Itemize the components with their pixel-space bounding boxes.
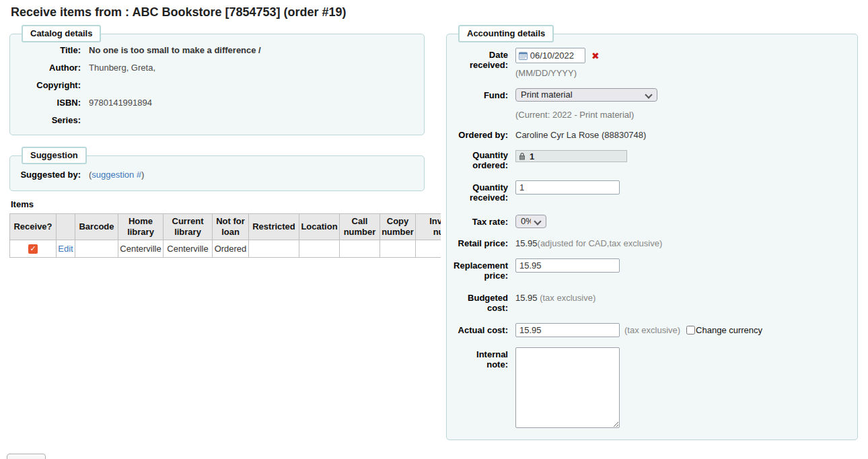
- fund-row: Fund: Print material (Current: 2022 - Pr…: [454, 88, 851, 120]
- suggestion-fieldset: Suggestion Suggested by: (suggestion #): [9, 147, 425, 191]
- suggestion-legend: Suggestion: [22, 147, 87, 164]
- lock-icon: [519, 152, 526, 160]
- cell-inventory-number: [416, 240, 441, 258]
- field-label: Copyright:: [17, 80, 89, 90]
- quantity-received-label: Quantity received:: [454, 180, 515, 203]
- form-actions: Save Cancel: [7, 454, 868, 459]
- fund-label: Fund:: [454, 88, 515, 100]
- col-edit: [57, 214, 75, 240]
- internal-note-textarea[interactable]: [515, 347, 620, 428]
- field-label: Title:: [17, 45, 89, 55]
- save-button[interactable]: Save: [7, 454, 46, 459]
- change-currency-checkbox[interactable]: [686, 326, 695, 334]
- suggestion-link[interactable]: suggestion #: [92, 170, 141, 180]
- field-label: Author:: [17, 63, 89, 73]
- ordered-by-row: Ordered by: Caroline Cyr La Rose (888307…: [454, 130, 851, 140]
- catalog-details-legend: Catalog details: [22, 25, 101, 42]
- calendar-icon[interactable]: [519, 51, 528, 61]
- items-heading: Items: [11, 199, 440, 209]
- quantity-ordered-field: 1: [515, 150, 627, 162]
- col-current-library: Current library: [164, 214, 213, 240]
- actual-cost-input[interactable]: [515, 323, 620, 337]
- col-restricted: Restricted: [249, 214, 299, 240]
- cell-current-library: Centerville: [164, 240, 213, 258]
- quantity-ordered-label: Quantity ordered:: [454, 150, 515, 170]
- cell-copy-number: [380, 240, 416, 258]
- accounting-details-fieldset: Accounting details Date received:: [446, 25, 858, 440]
- retail-price-label: Retail price:: [454, 238, 515, 248]
- col-not-for-loan: Not for loan: [213, 214, 249, 240]
- catalog-field-copyright: Copyright:: [17, 80, 417, 90]
- budgeted-cost-row: Budgeted cost: 15.95 (tax exclusive): [454, 293, 851, 313]
- cell-location: [299, 240, 340, 258]
- right-column: Accounting details Date received:: [446, 25, 859, 440]
- field-value: (suggestion #): [89, 170, 144, 180]
- col-location: Location: [299, 214, 340, 240]
- quantity-ordered-value: 1: [530, 151, 534, 162]
- retail-price-row: Retail price: 15.95(adjusted for CAD,tax…: [454, 238, 851, 248]
- field-label: ISBN:: [17, 98, 89, 108]
- cell-not-for-loan: Ordered: [213, 240, 249, 258]
- budgeted-cost-note: (tax exclusive): [540, 293, 595, 303]
- main-columns: Catalog details Title: No one is too sma…: [0, 25, 868, 440]
- catalog-field-isbn: ISBN: 9780141991894: [17, 98, 417, 108]
- fund-current-hint: (Current: 2022 - Print material): [515, 110, 851, 120]
- retail-price-value: 15.95: [515, 238, 538, 248]
- date-received-row: Date received:: [454, 48, 851, 78]
- left-column: Catalog details Title: No one is too sma…: [9, 25, 440, 258]
- catalog-field-author: Author: Thunberg, Greta,: [17, 63, 417, 73]
- items-table-container: Receive? Barcode Home library Current li…: [9, 213, 441, 258]
- date-received-input[interactable]: [528, 50, 582, 61]
- cell-barcode: [75, 240, 118, 258]
- actual-cost-label: Actual cost:: [454, 323, 515, 335]
- budgeted-cost-label: Budgeted cost:: [454, 293, 515, 313]
- fund-select-wrap: Print material: [515, 88, 657, 102]
- tax-rate-label: Tax rate:: [454, 215, 515, 227]
- cell-home-library: Centerville: [118, 240, 164, 258]
- ordered-by-label: Ordered by:: [454, 130, 515, 140]
- col-receive: Receive?: [10, 214, 57, 240]
- page-title: Receive items from : ABC Bookstore [7854…: [11, 5, 868, 20]
- tax-rate-row: Tax rate: 0%: [454, 215, 851, 228]
- quantity-received-input[interactable]: [515, 180, 620, 195]
- col-barcode: Barcode: [75, 214, 118, 240]
- accounting-details-legend: Accounting details: [458, 25, 554, 42]
- col-home-library: Home library: [118, 214, 164, 240]
- actual-cost-row: Actual cost: (tax exclusive) Change curr…: [454, 323, 851, 337]
- col-call-number: Call number: [340, 214, 380, 240]
- internal-note-row: Internal note:: [454, 347, 851, 430]
- change-currency-label: Change currency: [696, 325, 762, 335]
- quantity-received-row: Quantity received:: [454, 180, 851, 203]
- replacement-price-label: Replacement price:: [454, 258, 515, 281]
- catalog-field-title: Title: No one is too small to make a dif…: [17, 45, 417, 55]
- date-received-input-wrap: [515, 48, 585, 63]
- col-inventory-number: Inventory number: [416, 214, 441, 240]
- tax-rate-select-wrap: 0%: [515, 215, 546, 228]
- fund-select[interactable]: Print material: [515, 88, 657, 102]
- field-value: Thunberg, Greta,: [89, 63, 155, 73]
- budgeted-cost-value: 15.95: [515, 293, 538, 303]
- field-label: Series:: [17, 115, 89, 125]
- tax-rate-select[interactable]: 0%: [515, 215, 546, 228]
- catalog-details-fieldset: Catalog details Title: No one is too sma…: [9, 25, 425, 135]
- edit-item-link[interactable]: Edit: [58, 244, 73, 254]
- catalog-field-series: Series:: [17, 115, 417, 125]
- cell-restricted: [249, 240, 299, 258]
- clear-date-icon[interactable]: ✖: [591, 51, 600, 61]
- retail-price-note: (adjusted for CAD,tax exclusive): [538, 238, 663, 248]
- actual-cost-note: (tax exclusive): [624, 325, 680, 335]
- date-received-label: Date received:: [454, 48, 515, 70]
- field-label: Suggested by:: [17, 170, 89, 180]
- quantity-ordered-row: Quantity ordered: 1: [454, 150, 851, 170]
- col-copy-number: Copy number: [380, 214, 416, 240]
- suggested-by-row: Suggested by: (suggestion #): [17, 170, 417, 180]
- cell-call-number: [340, 240, 380, 258]
- field-value: No one is too small to make a difference…: [89, 45, 261, 55]
- item-row: Edit Centerville Centerville Ordered: [10, 240, 441, 258]
- replacement-price-row: Replacement price:: [454, 258, 851, 281]
- date-format-hint: (MM/DD/YYYY): [515, 68, 851, 78]
- items-header-row: Receive? Barcode Home library Current li…: [10, 214, 441, 240]
- paren: ): [141, 170, 144, 180]
- replacement-price-input[interactable]: [515, 258, 620, 273]
- receive-checkbox[interactable]: [28, 244, 38, 254]
